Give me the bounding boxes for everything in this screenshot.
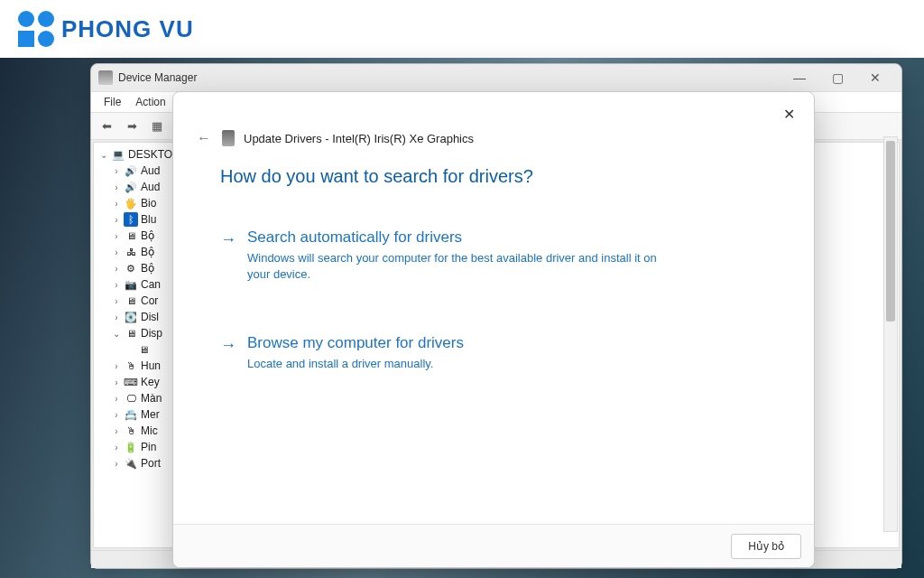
wizard-body: How do you want to search for drivers? →… [173, 154, 814, 524]
biometric-icon: 🖐 [124, 196, 138, 210]
computer-icon: 💻 [111, 147, 125, 162]
nav-forward-button[interactable]: ➡ [120, 116, 143, 137]
brand-logo-icon [18, 11, 54, 47]
mouse-icon: 🖱 [124, 424, 138, 438]
controller-icon: 🖥 [124, 228, 138, 243]
option-title: Browse my computer for drivers [247, 334, 464, 352]
app-icon [98, 70, 113, 85]
wizard-title: Update Drivers - Intel(R) Iris(R) Xe Gra… [244, 132, 474, 145]
option-browse-computer[interactable]: → Browse my computer for drivers Locate … [220, 334, 767, 372]
brand-name: PHONG VU [61, 15, 194, 43]
wizard-footer: Hủy bỏ [173, 524, 814, 567]
back-arrow-icon[interactable]: ← [195, 130, 213, 146]
cancel-button[interactable]: Hủy bỏ [731, 534, 801, 559]
wizard-question: How do you want to search for drivers? [220, 166, 767, 187]
window-title: Device Manager [118, 71, 197, 84]
maximize-button[interactable]: ▢ [818, 65, 856, 90]
desktop-background: Device Manager — ▢ ✕ File Action ⬅ ➡ ▦ ?… [0, 58, 924, 578]
monitor-icon: 🖵 [124, 391, 138, 406]
menu-action[interactable]: Action [128, 96, 172, 108]
computer-icon: 🖥 [124, 294, 138, 308]
arrow-right-icon: → [220, 228, 236, 282]
sound-icon: 🔊 [124, 180, 138, 194]
window-titlebar[interactable]: Device Manager — ▢ ✕ [91, 64, 901, 91]
nav-back-button[interactable]: ⬅ [95, 116, 118, 137]
option-desc: Windows will search your computer for th… [247, 250, 680, 282]
option-title: Search automatically for drivers [247, 228, 680, 247]
menu-file[interactable]: File [97, 96, 128, 108]
brand-bar: PHONG VU [0, 0, 924, 58]
bluetooth-icon: ᛒ [124, 212, 138, 227]
disk-icon: 💽 [124, 310, 138, 324]
option-search-automatically[interactable]: → Search automatically for drivers Windo… [220, 228, 767, 282]
battery-icon: 🔋 [124, 440, 138, 454]
network-icon: 🖧 [124, 245, 138, 259]
scrollbar[interactable] [883, 136, 898, 532]
display-adapter-icon: 🖥 [124, 326, 138, 340]
camera-icon: 📷 [124, 277, 138, 292]
option-desc: Locate and install a driver manually. [247, 356, 464, 372]
memory-icon: 📇 [124, 407, 138, 422]
device-manager-window: Device Manager — ▢ ✕ File Action ⬅ ➡ ▦ ?… [90, 63, 902, 569]
scrollbar-thumb[interactable] [886, 141, 895, 322]
keyboard-icon: ⌨ [124, 375, 138, 389]
toolbar-view-button[interactable]: ▦ [145, 116, 169, 137]
wizard-header: ← Update Drivers - Intel(R) Iris(R) Xe G… [173, 92, 814, 154]
wizard-close-button[interactable]: ✕ [776, 101, 801, 126]
minimize-button[interactable]: — [781, 65, 818, 90]
sound-icon: 🔊 [124, 163, 138, 178]
close-button[interactable]: ✕ [856, 65, 894, 90]
processor-icon: ⚙ [124, 261, 138, 275]
display-adapter-icon: 🖥 [136, 342, 151, 357]
device-icon [222, 130, 235, 146]
update-driver-wizard: ✕ ← Update Drivers - Intel(R) Iris(R) Xe… [172, 91, 815, 568]
hid-icon: 🖱 [124, 359, 138, 373]
port-icon: 🔌 [124, 456, 138, 471]
arrow-right-icon: → [220, 334, 236, 372]
